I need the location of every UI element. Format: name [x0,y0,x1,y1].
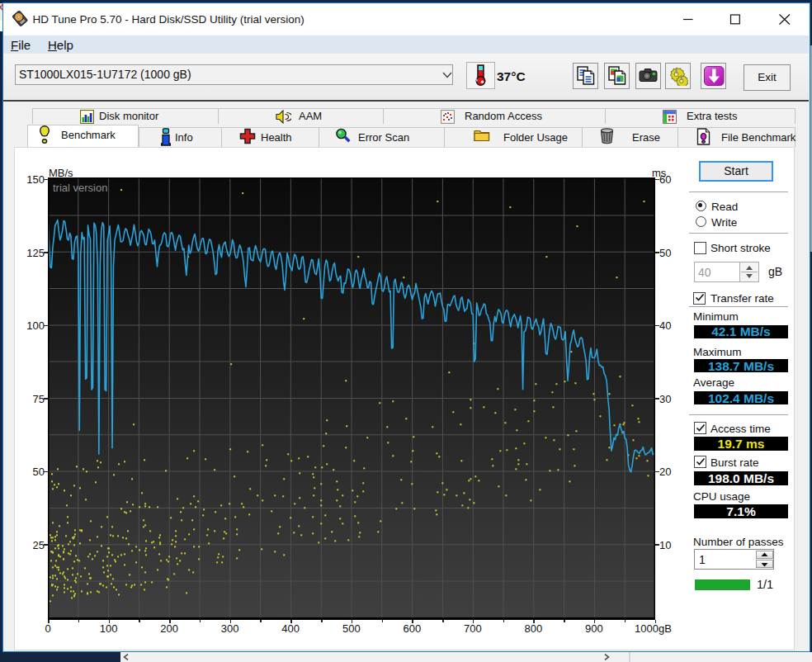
svg-text:trial version: trial version [53,182,107,194]
